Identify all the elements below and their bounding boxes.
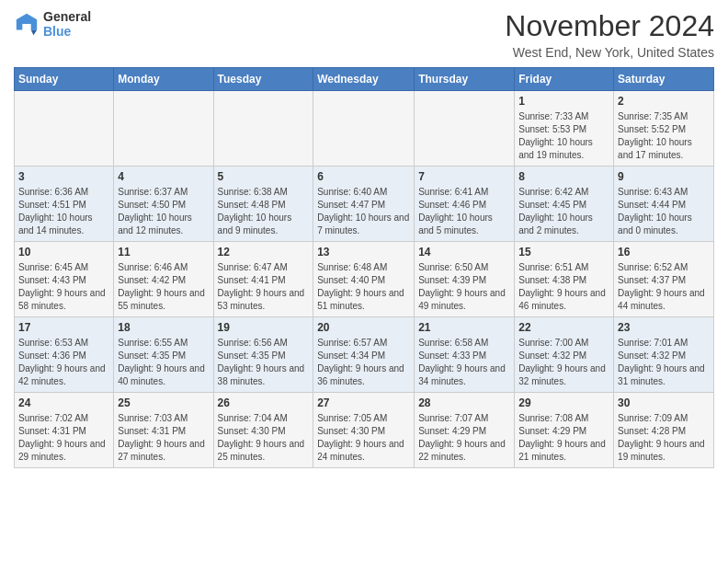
calendar-cell: 21Sunrise: 6:58 AM Sunset: 4:33 PM Dayli… [415,317,515,393]
weekday-header-row: SundayMondayTuesdayWednesdayThursdayFrid… [15,68,714,91]
svg-marker-1 [31,30,38,36]
month-title: November 2024 [505,9,714,43]
day-detail: Sunrise: 7:00 AM Sunset: 4:32 PM Dayligh… [518,337,609,388]
calendar-cell: 20Sunrise: 6:57 AM Sunset: 4:34 PM Dayli… [313,317,415,393]
day-detail: Sunrise: 6:38 AM Sunset: 4:48 PM Dayligh… [218,186,310,237]
day-detail: Sunrise: 6:53 AM Sunset: 4:36 PM Dayligh… [18,337,109,388]
calendar-cell: 10Sunrise: 6:45 AM Sunset: 4:43 PM Dayli… [15,242,114,317]
day-detail: Sunrise: 6:41 AM Sunset: 4:46 PM Dayligh… [418,186,510,237]
day-detail: Sunrise: 6:50 AM Sunset: 4:39 PM Dayligh… [418,261,510,313]
calendar-cell: 28Sunrise: 7:07 AM Sunset: 4:29 PM Dayli… [415,393,515,468]
day-detail: Sunrise: 6:56 AM Sunset: 4:35 PM Dayligh… [218,337,310,388]
calendar-cell: 5Sunrise: 6:38 AM Sunset: 4:48 PM Daylig… [213,167,313,242]
day-detail: Sunrise: 6:43 AM Sunset: 4:44 PM Dayligh… [618,186,710,237]
day-number: 13 [317,246,410,259]
weekday-header-wednesday: Wednesday [313,68,415,91]
logo-blue-text: Blue [43,24,91,39]
calendar-cell: 22Sunrise: 7:00 AM Sunset: 4:32 PM Dayli… [515,317,614,393]
day-detail: Sunrise: 6:51 AM Sunset: 4:38 PM Dayligh… [518,261,609,313]
day-number: 15 [518,246,609,259]
calendar-cell: 16Sunrise: 6:52 AM Sunset: 4:37 PM Dayli… [614,242,714,317]
day-detail: Sunrise: 7:02 AM Sunset: 4:31 PM Dayligh… [18,412,109,464]
day-number: 10 [18,246,109,259]
calendar-cell: 7Sunrise: 6:41 AM Sunset: 4:46 PM Daylig… [415,167,515,242]
day-detail: Sunrise: 6:36 AM Sunset: 4:51 PM Dayligh… [18,186,109,237]
calendar-cell: 29Sunrise: 7:08 AM Sunset: 4:29 PM Dayli… [515,393,614,468]
day-detail: Sunrise: 7:35 AM Sunset: 5:52 PM Dayligh… [618,110,710,162]
day-detail: Sunrise: 7:03 AM Sunset: 4:31 PM Dayligh… [118,412,209,464]
weekday-header-sunday: Sunday [15,68,114,91]
calendar-cell: 9Sunrise: 6:43 AM Sunset: 4:44 PM Daylig… [614,167,714,242]
day-number: 28 [418,396,510,409]
calendar-cell: 30Sunrise: 7:09 AM Sunset: 4:28 PM Dayli… [614,393,714,468]
day-detail: Sunrise: 6:48 AM Sunset: 4:40 PM Dayligh… [317,261,410,313]
weekday-header-monday: Monday [114,68,213,91]
day-detail: Sunrise: 7:07 AM Sunset: 4:29 PM Dayligh… [418,412,510,464]
calendar-cell [415,91,515,167]
logo-text: General Blue [43,9,91,39]
calendar-cell: 3Sunrise: 6:36 AM Sunset: 4:51 PM Daylig… [15,167,114,242]
calendar-cell: 23Sunrise: 7:01 AM Sunset: 4:32 PM Dayli… [614,317,714,393]
calendar-cell: 26Sunrise: 7:04 AM Sunset: 4:30 PM Dayli… [213,393,313,468]
calendar-cell: 24Sunrise: 7:02 AM Sunset: 4:31 PM Dayli… [15,393,114,468]
day-number: 25 [118,396,209,409]
calendar-cell: 2Sunrise: 7:35 AM Sunset: 5:52 PM Daylig… [614,91,714,167]
calendar-cell: 17Sunrise: 6:53 AM Sunset: 4:36 PM Dayli… [15,317,114,393]
weekday-header-saturday: Saturday [614,68,714,91]
calendar-cell: 1Sunrise: 7:33 AM Sunset: 5:53 PM Daylig… [515,91,614,167]
day-detail: Sunrise: 7:09 AM Sunset: 4:28 PM Dayligh… [618,412,710,464]
calendar-week-5: 24Sunrise: 7:02 AM Sunset: 4:31 PM Dayli… [15,393,714,468]
day-number: 29 [518,396,609,409]
day-detail: Sunrise: 6:37 AM Sunset: 4:50 PM Dayligh… [118,186,209,237]
day-number: 8 [518,170,609,183]
day-detail: Sunrise: 6:45 AM Sunset: 4:43 PM Dayligh… [18,261,109,313]
day-number: 20 [317,321,410,334]
calendar-cell: 12Sunrise: 6:47 AM Sunset: 4:41 PM Dayli… [213,242,313,317]
calendar-week-1: 1Sunrise: 7:33 AM Sunset: 5:53 PM Daylig… [15,91,714,167]
calendar-cell: 8Sunrise: 6:42 AM Sunset: 4:45 PM Daylig… [515,167,614,242]
calendar-cell: 15Sunrise: 6:51 AM Sunset: 4:38 PM Dayli… [515,242,614,317]
day-number: 21 [418,321,510,334]
day-number: 6 [317,170,410,183]
day-number: 22 [518,321,609,334]
day-number: 23 [618,321,710,334]
calendar-header: SundayMondayTuesdayWednesdayThursdayFrid… [15,68,714,91]
day-number: 12 [218,246,310,259]
calendar-cell: 25Sunrise: 7:03 AM Sunset: 4:31 PM Dayli… [114,393,213,468]
day-number: 17 [18,321,109,334]
page: General Blue November 2024 West End, New… [0,0,728,477]
day-detail: Sunrise: 6:55 AM Sunset: 4:35 PM Dayligh… [118,337,209,388]
calendar-cell: 11Sunrise: 6:46 AM Sunset: 4:42 PM Dayli… [114,242,213,317]
location: West End, New York, United States [505,45,714,60]
calendar-cell: 19Sunrise: 6:56 AM Sunset: 4:35 PM Dayli… [213,317,313,393]
day-detail: Sunrise: 6:42 AM Sunset: 4:45 PM Dayligh… [518,186,609,237]
day-number: 9 [618,170,710,183]
header: General Blue November 2024 West End, New… [14,9,714,60]
calendar-table: SundayMondayTuesdayWednesdayThursdayFrid… [14,67,714,468]
day-detail: Sunrise: 6:40 AM Sunset: 4:47 PM Dayligh… [317,186,410,237]
calendar-cell: 18Sunrise: 6:55 AM Sunset: 4:35 PM Dayli… [114,317,213,393]
day-detail: Sunrise: 7:33 AM Sunset: 5:53 PM Dayligh… [518,110,609,162]
calendar-cell: 13Sunrise: 6:48 AM Sunset: 4:40 PM Dayli… [313,242,415,317]
calendar-week-3: 10Sunrise: 6:45 AM Sunset: 4:43 PM Dayli… [15,242,714,317]
logo-icon [14,11,40,37]
weekday-header-thursday: Thursday [415,68,515,91]
day-number: 5 [218,170,310,183]
weekday-header-tuesday: Tuesday [213,68,313,91]
title-block: November 2024 West End, New York, United… [505,9,714,60]
day-number: 2 [618,95,710,108]
day-number: 3 [18,170,109,183]
day-detail: Sunrise: 6:46 AM Sunset: 4:42 PM Dayligh… [118,261,209,313]
calendar-cell: 27Sunrise: 7:05 AM Sunset: 4:30 PM Dayli… [313,393,415,468]
day-detail: Sunrise: 7:04 AM Sunset: 4:30 PM Dayligh… [218,412,310,464]
day-number: 18 [118,321,209,334]
weekday-header-friday: Friday [515,68,614,91]
calendar-cell: 6Sunrise: 6:40 AM Sunset: 4:47 PM Daylig… [313,167,415,242]
calendar-week-4: 17Sunrise: 6:53 AM Sunset: 4:36 PM Dayli… [15,317,714,393]
day-number: 26 [218,396,310,409]
logo: General Blue [14,9,91,39]
day-detail: Sunrise: 7:08 AM Sunset: 4:29 PM Dayligh… [518,412,609,464]
day-number: 19 [218,321,310,334]
day-number: 1 [518,95,609,108]
calendar-week-2: 3Sunrise: 6:36 AM Sunset: 4:51 PM Daylig… [15,167,714,242]
